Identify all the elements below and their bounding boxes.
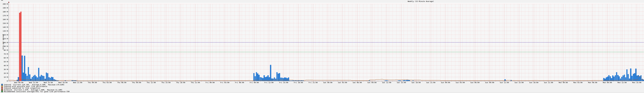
y-tick-label: 110 M (0, 38, 8, 40)
inbound-bar (272, 79, 274, 81)
outbound-line-segment (258, 80, 270, 81)
congestion-bar (19, 13, 20, 81)
x-tick-label: Wed 12:00 (27, 82, 40, 83)
x-tick-label: Thu 00:00 (86, 82, 98, 83)
outbound-line-step (380, 79, 381, 80)
inbound-bar (32, 77, 33, 81)
y-tick (8, 54, 9, 54)
y-tick-label: 10 M (0, 76, 8, 78)
y-tick (8, 62, 9, 62)
x-tick-label: Thu 21:00 (189, 82, 202, 83)
y-tick (8, 31, 9, 31)
inbound-bar (28, 67, 29, 81)
legend-swatch (1, 91, 3, 92)
outbound-line-segment (376, 79, 380, 80)
inbound-bar (260, 77, 261, 81)
outbound-line-segment (74, 80, 78, 81)
outbound-line-segment (195, 81, 248, 81)
inbound-bar (52, 77, 54, 81)
outbound-line-segment (421, 80, 440, 81)
x-tick-label: Sat 00:00 (322, 82, 334, 83)
x-tick-label: Fri 00:00 (204, 82, 216, 83)
y-tick-label: 50 M (0, 61, 8, 63)
outbound-line-segment (383, 80, 388, 80)
y-tick-label: 120 M (0, 34, 8, 36)
inbound-bar (47, 73, 48, 81)
outbound-line-segment (14, 80, 18, 81)
y-tick-label: 70 M (0, 53, 8, 55)
x-tick-label: Thu 06:00 (116, 82, 128, 83)
outbound-line-segment (306, 80, 313, 80)
inbound-bar (253, 73, 255, 81)
x-tick-label: Sun 21:00 (542, 82, 555, 83)
outbound-line-step (634, 80, 634, 80)
outbound-line-segment (641, 80, 644, 80)
inbound-bar (269, 77, 270, 81)
y-tick (8, 15, 9, 16)
outbound-line-segment (40, 80, 43, 81)
chart-title: Weekly (15 Minute Average) (9, 0, 644, 2)
x-tick-label: Sun 18:00 (528, 82, 540, 83)
x-tick-label: Thu 03:00 (101, 82, 113, 83)
outbound-line-segment (351, 80, 360, 81)
x-tick-label: Sun 15:00 (513, 82, 525, 83)
outbound-line-segment (617, 80, 624, 81)
outbound-line-segment (272, 80, 281, 80)
outbound-line-segment (30, 80, 35, 80)
x-tick-label: Thu 15:00 (160, 82, 172, 83)
x-tick-label: Sat 18:00 (410, 82, 422, 83)
inbound-bar (504, 79, 506, 81)
legend: Inbound [Current-120.18k, Average-4.56M,… (1, 84, 70, 92)
y-tick-label: 20 M (0, 73, 8, 74)
outbound-line-segment (595, 80, 602, 81)
y-tick-label: 160 M (0, 19, 8, 20)
y-tick (8, 69, 9, 70)
legend-swatch (1, 86, 3, 87)
subscribed-bandwidth-line (9, 42, 644, 43)
inbound-bar (282, 78, 283, 81)
inbound-bar (46, 73, 47, 81)
inbound-bar (632, 76, 633, 81)
inbound-bar (270, 65, 271, 81)
plot-area (9, 3, 644, 81)
inbound-bar (409, 80, 410, 81)
outbound-line-step (641, 77, 641, 80)
y-tick-label: 80 M (0, 49, 8, 51)
outbound-line-segment (313, 80, 351, 80)
y-axis-arrow-icon (8, 1, 10, 3)
x-tick-label: Sat 03:00 (336, 82, 349, 83)
inbound-bar (280, 78, 282, 81)
inbound-bar (279, 73, 280, 81)
x-tick-label: Mon 12:00 (616, 82, 628, 83)
y-tick (8, 77, 9, 77)
inbound-bar (274, 78, 275, 81)
outbound-line-segment (369, 80, 376, 80)
y-tick-label: 60 M (0, 57, 8, 59)
legend-swatch (1, 87, 3, 89)
outbound-line-step (376, 80, 376, 80)
outbound-line-step (248, 81, 248, 81)
inbound-bar (24, 56, 25, 81)
x-tick-label: Fri 03:00 (218, 82, 231, 83)
y-tick (8, 23, 9, 23)
outbound-line-step (638, 77, 638, 80)
outbound-line-segment (506, 80, 510, 81)
screen-artifact (1, 0, 3, 1)
y-tick-label: 0 (0, 80, 8, 82)
y-tick (8, 8, 9, 8)
outbound-line-segment (388, 80, 395, 80)
outbound-line-step (506, 81, 507, 81)
outbound-line-segment (293, 80, 306, 81)
y-tick (8, 39, 9, 39)
inbound-bar (629, 79, 630, 81)
outbound-line-segment (634, 80, 638, 80)
outbound-line-segment (22, 80, 26, 80)
outbound-line-segment (638, 76, 641, 77)
x-tick-label: Thu 09:00 (130, 82, 143, 83)
congestion-bar (20, 11, 22, 81)
bandwidth-graph-screen: Weekly (15 Minute Average) bits per seco… (0, 0, 644, 93)
inbound-bar (29, 74, 30, 81)
outbound-line-segment (9, 80, 14, 80)
y-tick-label: 200 M (0, 3, 8, 5)
outbound-line-segment (360, 80, 369, 81)
